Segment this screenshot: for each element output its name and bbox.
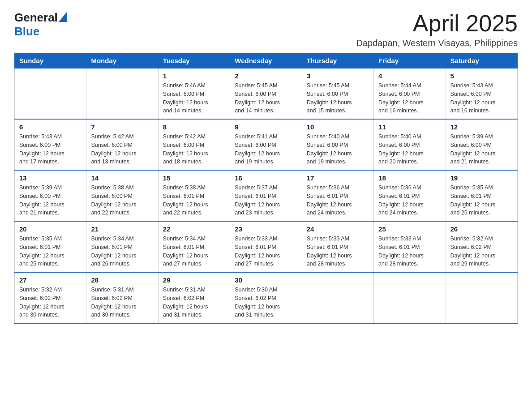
day-info: Sunrise: 5:40 AM Sunset: 6:00 PM Dayligh… xyxy=(307,133,369,166)
calendar-week-row-4: 20Sunrise: 5:35 AM Sunset: 6:01 PM Dayli… xyxy=(15,221,518,272)
calendar-cell-w3-d3: 15Sunrise: 5:38 AM Sunset: 6:01 PM Dayli… xyxy=(158,170,230,221)
month-title: April 2025 xyxy=(356,11,518,36)
calendar-cell-w4-d3: 22Sunrise: 5:34 AM Sunset: 6:01 PM Dayli… xyxy=(158,221,230,272)
calendar-cell-w4-d7: 26Sunrise: 5:32 AM Sunset: 6:02 PM Dayli… xyxy=(446,221,517,272)
col-saturday: Saturday xyxy=(446,53,517,68)
calendar-cell-w2-d7: 12Sunrise: 5:39 AM Sunset: 6:00 PM Dayli… xyxy=(446,119,517,170)
day-info: Sunrise: 5:42 AM Sunset: 6:00 PM Dayligh… xyxy=(91,133,153,166)
day-number: 26 xyxy=(450,225,513,233)
day-info: Sunrise: 5:33 AM Sunset: 6:01 PM Dayligh… xyxy=(307,235,369,268)
day-number: 16 xyxy=(235,174,297,182)
col-monday: Monday xyxy=(86,53,158,68)
calendar-cell-w2-d4: 9Sunrise: 5:41 AM Sunset: 6:00 PM Daylig… xyxy=(230,119,302,170)
day-number: 6 xyxy=(19,123,82,131)
day-number: 8 xyxy=(163,123,225,131)
calendar-cell-w2-d1: 6Sunrise: 5:43 AM Sunset: 6:00 PM Daylig… xyxy=(15,119,86,170)
day-info: Sunrise: 5:35 AM Sunset: 6:01 PM Dayligh… xyxy=(19,235,82,268)
calendar-week-row-1: 1Sunrise: 5:46 AM Sunset: 6:00 PM Daylig… xyxy=(15,68,518,120)
day-number: 10 xyxy=(307,123,369,131)
day-info: Sunrise: 5:31 AM Sunset: 6:02 PM Dayligh… xyxy=(163,286,225,319)
col-sunday: Sunday xyxy=(15,53,86,68)
calendar-cell-w1-d4: 2Sunrise: 5:45 AM Sunset: 6:00 PM Daylig… xyxy=(230,68,302,120)
calendar-cell-w3-d2: 14Sunrise: 5:38 AM Sunset: 6:00 PM Dayli… xyxy=(86,170,158,221)
calendar-cell-w5-d4: 30Sunrise: 5:30 AM Sunset: 6:02 PM Dayli… xyxy=(230,272,302,323)
day-number: 2 xyxy=(235,72,297,80)
day-info: Sunrise: 5:39 AM Sunset: 6:00 PM Dayligh… xyxy=(450,133,513,166)
title-area: April 2025 Dapdapan, Western Visayas, Ph… xyxy=(356,11,518,48)
calendar-cell-w2-d5: 10Sunrise: 5:40 AM Sunset: 6:00 PM Dayli… xyxy=(302,119,373,170)
day-info: Sunrise: 5:38 AM Sunset: 6:01 PM Dayligh… xyxy=(163,184,225,217)
calendar-header-row: Sunday Monday Tuesday Wednesday Thursday… xyxy=(15,53,518,68)
day-info: Sunrise: 5:32 AM Sunset: 6:02 PM Dayligh… xyxy=(450,235,513,268)
day-info: Sunrise: 5:34 AM Sunset: 6:01 PM Dayligh… xyxy=(91,235,153,268)
day-info: Sunrise: 5:33 AM Sunset: 6:01 PM Dayligh… xyxy=(378,235,441,268)
col-thursday: Thursday xyxy=(302,53,373,68)
day-number: 3 xyxy=(307,72,369,80)
calendar-cell-w2-d3: 8Sunrise: 5:42 AM Sunset: 6:00 PM Daylig… xyxy=(158,119,230,170)
calendar-cell-w1-d7: 5Sunrise: 5:43 AM Sunset: 6:00 PM Daylig… xyxy=(446,68,517,120)
day-info: Sunrise: 5:35 AM Sunset: 6:01 PM Dayligh… xyxy=(450,184,513,217)
day-info: Sunrise: 5:32 AM Sunset: 6:02 PM Dayligh… xyxy=(19,286,82,319)
day-number: 4 xyxy=(378,72,441,80)
calendar-cell-w3-d5: 17Sunrise: 5:36 AM Sunset: 6:01 PM Dayli… xyxy=(302,170,373,221)
page-header: General Blue April 2025 Dapdapan, Wester… xyxy=(14,11,518,48)
calendar-cell-w2-d6: 11Sunrise: 5:40 AM Sunset: 6:00 PM Dayli… xyxy=(374,119,446,170)
calendar-cell-w1-d5: 3Sunrise: 5:45 AM Sunset: 6:00 PM Daylig… xyxy=(302,68,373,120)
day-number: 29 xyxy=(163,276,225,284)
calendar-cell-w2-d2: 7Sunrise: 5:42 AM Sunset: 6:00 PM Daylig… xyxy=(86,119,158,170)
calendar-cell-w4-d1: 20Sunrise: 5:35 AM Sunset: 6:01 PM Dayli… xyxy=(15,221,86,272)
day-info: Sunrise: 5:42 AM Sunset: 6:00 PM Dayligh… xyxy=(163,133,225,166)
day-number: 7 xyxy=(91,123,153,131)
day-number: 9 xyxy=(235,123,297,131)
day-number: 13 xyxy=(19,174,82,182)
day-info: Sunrise: 5:45 AM Sunset: 6:00 PM Dayligh… xyxy=(307,81,369,115)
day-number: 19 xyxy=(450,174,513,182)
day-number: 23 xyxy=(235,225,297,233)
day-info: Sunrise: 5:40 AM Sunset: 6:00 PM Dayligh… xyxy=(378,133,441,166)
day-number: 5 xyxy=(450,72,513,80)
calendar-cell-w1-d2 xyxy=(86,68,158,120)
logo-text-general: General xyxy=(14,11,58,25)
day-info: Sunrise: 5:45 AM Sunset: 6:00 PM Dayligh… xyxy=(235,81,297,115)
day-number: 30 xyxy=(235,276,297,284)
col-friday: Friday xyxy=(374,53,446,68)
calendar-week-row-3: 13Sunrise: 5:39 AM Sunset: 6:00 PM Dayli… xyxy=(15,170,518,221)
day-number: 28 xyxy=(91,276,153,284)
day-info: Sunrise: 5:43 AM Sunset: 6:00 PM Dayligh… xyxy=(19,133,82,166)
calendar-cell-w5-d1: 27Sunrise: 5:32 AM Sunset: 6:02 PM Dayli… xyxy=(15,272,86,323)
calendar-cell-w5-d6 xyxy=(374,272,446,323)
calendar-cell-w1-d3: 1Sunrise: 5:46 AM Sunset: 6:00 PM Daylig… xyxy=(158,68,230,120)
logo-triangle-icon xyxy=(59,12,67,22)
day-info: Sunrise: 5:39 AM Sunset: 6:00 PM Dayligh… xyxy=(19,184,82,217)
calendar-cell-w5-d7 xyxy=(446,272,517,323)
calendar-cell-w4-d2: 21Sunrise: 5:34 AM Sunset: 6:01 PM Dayli… xyxy=(86,221,158,272)
calendar-cell-w5-d2: 28Sunrise: 5:31 AM Sunset: 6:02 PM Dayli… xyxy=(86,272,158,323)
logo-text-blue: Blue xyxy=(14,25,39,38)
day-info: Sunrise: 5:34 AM Sunset: 6:01 PM Dayligh… xyxy=(163,235,225,268)
day-info: Sunrise: 5:41 AM Sunset: 6:00 PM Dayligh… xyxy=(235,133,297,166)
day-number: 14 xyxy=(91,174,153,182)
calendar-table: Sunday Monday Tuesday Wednesday Thursday… xyxy=(14,53,518,324)
day-info: Sunrise: 5:36 AM Sunset: 6:01 PM Dayligh… xyxy=(307,184,369,217)
calendar-cell-w3-d4: 16Sunrise: 5:37 AM Sunset: 6:01 PM Dayli… xyxy=(230,170,302,221)
day-number: 1 xyxy=(163,72,225,80)
calendar-week-row-5: 27Sunrise: 5:32 AM Sunset: 6:02 PM Dayli… xyxy=(15,272,518,323)
day-number: 11 xyxy=(378,123,441,131)
day-info: Sunrise: 5:43 AM Sunset: 6:00 PM Dayligh… xyxy=(450,81,513,115)
calendar-week-row-2: 6Sunrise: 5:43 AM Sunset: 6:00 PM Daylig… xyxy=(15,119,518,170)
calendar-cell-w3-d7: 19Sunrise: 5:35 AM Sunset: 6:01 PM Dayli… xyxy=(446,170,517,221)
calendar-cell-w3-d1: 13Sunrise: 5:39 AM Sunset: 6:00 PM Dayli… xyxy=(15,170,86,221)
day-number: 20 xyxy=(19,225,82,233)
day-number: 25 xyxy=(378,225,441,233)
day-info: Sunrise: 5:31 AM Sunset: 6:02 PM Dayligh… xyxy=(91,286,153,319)
day-number: 15 xyxy=(163,174,225,182)
day-info: Sunrise: 5:44 AM Sunset: 6:00 PM Dayligh… xyxy=(378,81,441,115)
day-info: Sunrise: 5:33 AM Sunset: 6:01 PM Dayligh… xyxy=(235,235,297,268)
day-info: Sunrise: 5:38 AM Sunset: 6:00 PM Dayligh… xyxy=(91,184,153,217)
calendar-cell-w3-d6: 18Sunrise: 5:36 AM Sunset: 6:01 PM Dayli… xyxy=(374,170,446,221)
calendar-cell-w4-d4: 23Sunrise: 5:33 AM Sunset: 6:01 PM Dayli… xyxy=(230,221,302,272)
day-number: 12 xyxy=(450,123,513,131)
calendar-cell-w5-d5 xyxy=(302,272,373,323)
day-number: 27 xyxy=(19,276,82,284)
day-number: 24 xyxy=(307,225,369,233)
